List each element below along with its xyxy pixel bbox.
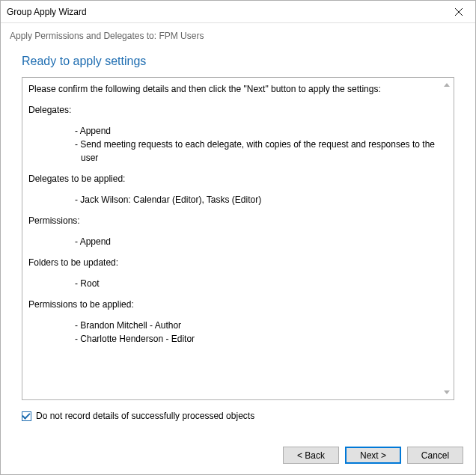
scroll-down-icon[interactable]: [441, 387, 452, 398]
wizard-window: Group Apply Wizard Apply Permissions and…: [0, 0, 476, 475]
window-title: Group Apply Wizard: [7, 7, 87, 17]
folders-heading: Folders to be updated:: [28, 256, 448, 269]
back-button[interactable]: < Back: [283, 447, 339, 464]
delegates-heading: Delegates:: [28, 103, 448, 117]
suppress-recording-checkbox[interactable]: [22, 411, 31, 421]
delegates-item: - Send meeting requests to each delegate…: [28, 138, 448, 165]
suppress-recording-label[interactable]: Do not record details of successfully pr…: [36, 411, 254, 421]
checkbox-row: Do not record details of successfully pr…: [22, 411, 454, 421]
details-box: Please confirm the following details and…: [22, 77, 454, 400]
intro-text: Please confirm the following details and…: [28, 82, 448, 96]
permissions-heading: Permissions:: [28, 214, 448, 227]
content-area: Ready to apply settings Please confirm t…: [1, 41, 475, 438]
delegates-item: - Append: [28, 124, 448, 138]
permissions-applied-item: - Charlotte Henderson - Editor: [28, 332, 448, 346]
next-button[interactable]: Next >: [345, 447, 401, 464]
button-row: < Back Next > Cancel: [1, 438, 475, 474]
permissions-applied-item: - Brandon Mitchell - Author: [28, 319, 448, 332]
delegates-applied-heading: Delegates to be applied:: [28, 172, 448, 186]
scroll-up-icon[interactable]: [441, 79, 452, 91]
close-button[interactable]: [442, 1, 475, 22]
titlebar: Group Apply Wizard: [1, 1, 475, 23]
details-text[interactable]: Please confirm the following details and…: [22, 78, 454, 399]
wizard-heading: Ready to apply settings: [22, 55, 454, 68]
permissions-applied-heading: Permissions to be applied:: [28, 298, 448, 311]
close-icon: [455, 8, 463, 16]
wizard-subtitle: Apply Permissions and Delegates to: FPM …: [1, 23, 475, 41]
cancel-button[interactable]: Cancel: [407, 447, 463, 464]
delegates-applied-item: - Jack Wilson: Calendar (Editor), Tasks …: [28, 193, 448, 206]
permissions-item: - Append: [28, 235, 448, 248]
folders-item: - Root: [28, 277, 448, 290]
